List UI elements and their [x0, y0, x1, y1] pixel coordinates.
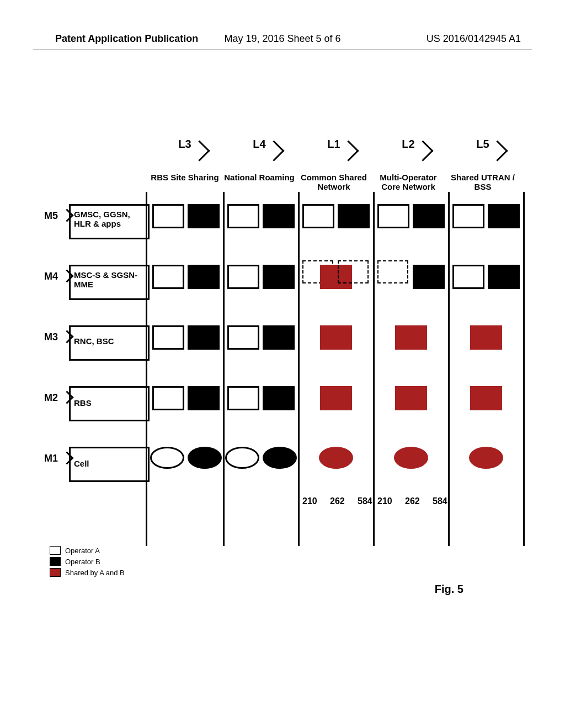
- callout-262: 262: [330, 496, 345, 506]
- node-opA: [152, 204, 184, 228]
- node-opA: [227, 204, 259, 228]
- swatch-icon: [50, 568, 61, 577]
- row-id: M3: [44, 331, 58, 343]
- node-shared: [320, 325, 352, 350]
- col-id: L2: [402, 138, 414, 150]
- row-name-box: GMSC, GGSN, HLR & apps: [69, 204, 150, 239]
- callout-584: 584: [358, 496, 372, 506]
- legend-label: Operator A: [65, 547, 100, 555]
- node-opA: [227, 265, 259, 289]
- cell-opB: [188, 447, 222, 469]
- callout-262: 262: [405, 496, 420, 506]
- divider: [146, 192, 147, 546]
- row-name: RBS: [71, 389, 148, 418]
- col-id: L3: [178, 138, 191, 150]
- callout-584: 584: [433, 496, 447, 506]
- row-name: GMSC, GGSN, HLR & apps: [71, 207, 148, 232]
- node-opA: [152, 386, 184, 410]
- row-name-box: RNC, BSC: [69, 325, 150, 361]
- node-opB: [413, 204, 445, 228]
- node-opA: [152, 325, 184, 350]
- row-name: Cell: [71, 449, 148, 479]
- diagram-grid: 210 262 584 210 262 584: [149, 199, 535, 552]
- row-label-M5: M5 GMSC, GGSN, HLR & apps: [44, 210, 138, 222]
- node-opA: [452, 204, 484, 228]
- figure-caption: Fig. 5: [435, 583, 463, 596]
- node-opB: [188, 386, 220, 410]
- row-id: M2: [44, 392, 58, 404]
- col-title: RBS Site Sharing: [149, 173, 221, 182]
- header-rule: [33, 50, 532, 50]
- row-label-M4: M4 MSC-S & SGSN-MME: [44, 270, 138, 282]
- legend-label: Shared by A and B: [65, 569, 125, 577]
- cell-shared: [394, 447, 428, 469]
- node-opB: [188, 204, 220, 228]
- node-shared: [470, 386, 502, 410]
- node-shared: [470, 325, 502, 350]
- col-id: L5: [476, 138, 489, 150]
- node-opB: [413, 265, 445, 289]
- node-shared: [395, 386, 427, 410]
- swatch-icon: [50, 546, 61, 555]
- node-opB: [188, 325, 220, 350]
- legend-item-opB: Operator B: [50, 557, 125, 566]
- cell-opB: [263, 447, 297, 469]
- node-opB: [338, 204, 370, 228]
- header-right: US 2016/0142945 A1: [427, 33, 521, 45]
- node-opB: [488, 265, 520, 289]
- arrow-icon: [412, 140, 433, 161]
- row-name: MSC-S & SGSN-MME: [71, 267, 148, 292]
- row-id: M1: [44, 453, 58, 464]
- node-opB: [263, 265, 295, 289]
- col-head-L4: L4 National Roaming: [223, 138, 295, 182]
- col-id: L4: [253, 138, 265, 150]
- col-L4: [224, 199, 297, 529]
- node-shared: [320, 386, 352, 410]
- cell-shared: [469, 447, 503, 469]
- cell-shared: [319, 447, 353, 469]
- col-title: Common Shared Network: [298, 173, 370, 192]
- col-head-L5: L5 Shared UTRAN / BSS: [447, 138, 519, 192]
- legend-item-shared: Shared by A and B: [50, 568, 125, 577]
- col-L3: [149, 199, 222, 529]
- row-label-M1: M1 Cell: [44, 452, 138, 464]
- row-name-box: MSC-S & SGSN-MME: [69, 265, 150, 300]
- legend: Operator A Operator B Shared by A and B: [50, 544, 125, 579]
- divider: [523, 192, 525, 546]
- col-head-L2: L2 Multi-Operator Core Network: [372, 138, 444, 192]
- row-id: M5: [44, 210, 58, 222]
- cell-opA: [225, 447, 259, 469]
- legend-label: Operator B: [65, 558, 100, 566]
- col-title: Shared UTRAN / BSS: [447, 173, 519, 192]
- arrow-icon: [189, 140, 210, 161]
- row-id: M4: [44, 271, 58, 282]
- node-opB-dashed: [338, 260, 369, 283]
- node-opA: [452, 265, 484, 289]
- node-shared: [395, 325, 427, 350]
- node-opB: [488, 204, 520, 228]
- row-name: RNC, BSC: [71, 328, 148, 355]
- figure-5-stage: L3 RBS Site Sharing L4 National Roaming …: [44, 138, 530, 579]
- callout-210: 210: [302, 496, 317, 506]
- node-opA: [227, 386, 259, 410]
- cell-opA: [150, 447, 184, 469]
- arrow-icon: [263, 140, 284, 161]
- col-L1: [299, 199, 372, 529]
- row-label-M3: M3 RNC, BSC: [44, 331, 138, 343]
- node-opA: [152, 265, 184, 289]
- node-opB: [263, 325, 295, 350]
- node-opA: [302, 204, 334, 228]
- row-name-box: RBS: [69, 386, 150, 421]
- row-name-box: Cell: [69, 447, 150, 482]
- col-title: National Roaming: [223, 173, 295, 182]
- callout-210: 210: [377, 496, 392, 506]
- arrow-icon: [338, 140, 359, 161]
- node-opB: [263, 386, 295, 410]
- col-title: Multi-Operator Core Network: [372, 173, 444, 192]
- col-head-L3: L3 RBS Site Sharing: [149, 138, 221, 182]
- node-opB: [188, 265, 220, 289]
- row-label-M2: M2 RBS: [44, 392, 138, 404]
- node-opA-dashed: [377, 260, 408, 283]
- node-opA: [377, 204, 409, 228]
- col-head-L1: L1 Common Shared Network: [298, 138, 370, 192]
